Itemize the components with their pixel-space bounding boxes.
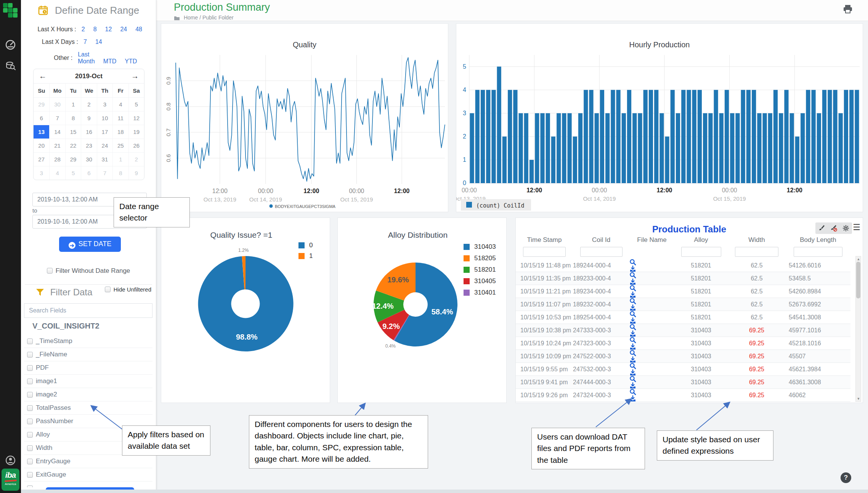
view-report-icon[interactable] xyxy=(629,285,636,292)
field-checkbox[interactable] xyxy=(27,365,33,371)
calendar-day[interactable]: 5 xyxy=(128,97,144,111)
other-link-1[interactable]: MTD xyxy=(103,58,117,64)
calendar-day[interactable]: 12 xyxy=(128,111,144,125)
horizontal-scrollbar-track[interactable] xyxy=(21,490,868,493)
view-report-icon[interactable] xyxy=(629,259,636,266)
hours-link-3[interactable]: 24 xyxy=(120,26,127,32)
dashboard-gauge-icon[interactable] xyxy=(5,39,16,50)
calendar-day[interactable]: 9 xyxy=(128,166,144,180)
column-header-file-name[interactable]: File Name xyxy=(629,236,674,244)
calendar-day[interactable]: 2 xyxy=(81,97,96,111)
table-scrollbar[interactable]: ▲ ▼ xyxy=(855,256,861,402)
calendar-day[interactable]: 22 xyxy=(65,139,81,152)
view-report-icon[interactable] xyxy=(629,324,636,330)
days-link-1[interactable]: 14 xyxy=(95,39,102,45)
field-checkbox[interactable] xyxy=(27,419,33,424)
breadcrumb[interactable]: Home / Public Folder xyxy=(174,14,234,21)
column-header-time-stamp[interactable]: Time Stamp xyxy=(516,236,573,244)
print-icon[interactable] xyxy=(843,5,853,14)
view-report-icon[interactable] xyxy=(629,350,636,356)
calendar-day[interactable]: 3 xyxy=(34,166,49,180)
table-row[interactable]: 10/15/19 11:21 pm189234-000-451820162.55… xyxy=(516,285,850,298)
table-row[interactable]: 10/15/19 10:53 pm189254-000-451820162.55… xyxy=(516,311,850,324)
table-row[interactable]: 10/15/19 10:09 pm247522-000-331040369.25… xyxy=(516,350,850,363)
field-checkbox[interactable] xyxy=(27,405,33,411)
calendar-day[interactable]: 30 xyxy=(49,97,65,111)
field-checkbox[interactable] xyxy=(27,459,33,464)
calendar-day[interactable]: 3 xyxy=(97,97,112,111)
column-filter-input[interactable] xyxy=(735,247,778,257)
calendar-day[interactable]: 23 xyxy=(81,139,96,152)
table-row[interactable]: 10/15/19 9:55 pm247532-000-331040369.254… xyxy=(516,363,850,376)
calendar-day[interactable]: 18 xyxy=(112,125,128,139)
scroll-down-icon[interactable]: ▼ xyxy=(857,397,860,401)
app-logo[interactable] xyxy=(3,3,18,18)
view-report-icon[interactable] xyxy=(629,362,636,369)
table-row[interactable]: 10/15/19 9:26 pm247324-000-331040369.254… xyxy=(516,389,850,402)
hours-link-4[interactable]: 48 xyxy=(135,26,142,32)
calendar-day[interactable]: 9 xyxy=(81,111,96,125)
column-header-alloy[interactable]: Alloy xyxy=(674,236,728,244)
field-checkbox[interactable] xyxy=(27,338,33,344)
hours-link-2[interactable]: 12 xyxy=(105,26,112,32)
column-filter-input[interactable] xyxy=(794,247,842,257)
view-report-icon[interactable] xyxy=(629,337,636,343)
view-report-icon[interactable] xyxy=(629,298,636,304)
calendar-day[interactable]: 4 xyxy=(112,97,128,111)
calendar-day[interactable]: 29 xyxy=(34,97,49,111)
calendar-day[interactable]: 19 xyxy=(128,125,144,139)
calendar-day[interactable]: 11 xyxy=(112,111,128,125)
calendar-day[interactable]: 8 xyxy=(65,111,81,125)
calendar-day[interactable]: 6 xyxy=(81,166,96,180)
calendar-day[interactable]: 28 xyxy=(49,152,65,166)
calendar-day[interactable]: 20 xyxy=(34,139,49,152)
column-header-body-length[interactable]: Body Length xyxy=(786,236,850,244)
gear-icon[interactable] xyxy=(842,225,849,232)
view-report-icon[interactable] xyxy=(629,272,636,279)
calendar-day[interactable]: 27 xyxy=(34,152,49,166)
calendar-day[interactable]: 2 xyxy=(128,152,144,166)
help-button[interactable]: ? xyxy=(841,472,851,483)
calendar-day[interactable]: 13 xyxy=(34,125,49,139)
other-link-0[interactable]: Last Month xyxy=(78,51,95,64)
calendar-next-icon[interactable]: → xyxy=(131,72,139,81)
search-fields-input[interactable] xyxy=(24,303,152,318)
field-checkbox[interactable] xyxy=(27,392,33,398)
calendar-day[interactable]: 30 xyxy=(81,152,96,166)
field-checkbox[interactable] xyxy=(27,352,33,358)
field-checkbox[interactable] xyxy=(27,445,33,451)
data-search-icon[interactable] xyxy=(5,60,16,71)
clear-style-brush-icon[interactable] xyxy=(830,225,837,232)
column-header-coil-id[interactable]: Coil Id xyxy=(573,236,629,244)
view-report-icon[interactable] xyxy=(629,375,636,382)
calendar-day[interactable]: 31 xyxy=(97,152,112,166)
scroll-up-icon[interactable]: ▲ xyxy=(857,257,860,261)
scrollbar-thumb[interactable] xyxy=(856,262,860,298)
table-row[interactable]: 10/15/19 11:48 pm189244-000-451820162.55… xyxy=(516,259,850,272)
calendar-day[interactable]: 7 xyxy=(97,166,112,180)
calendar-day[interactable]: 16 xyxy=(81,125,96,139)
calendar-day[interactable]: 8 xyxy=(112,166,128,180)
calendar-day[interactable]: 21 xyxy=(49,139,65,152)
calendar-day[interactable]: 15 xyxy=(65,125,81,139)
field-checkbox[interactable] xyxy=(27,485,33,488)
column-filter-input[interactable] xyxy=(580,247,623,257)
hours-link-1[interactable]: 8 xyxy=(93,26,97,32)
brush-icon[interactable] xyxy=(818,225,825,232)
table-row[interactable]: 10/15/19 11:07 pm189232-000-451820162.55… xyxy=(516,298,850,311)
hours-link-0[interactable]: 2 xyxy=(82,26,85,32)
table-menu-icon[interactable]: ☰ xyxy=(853,222,860,232)
hide-unfiltered-checkbox[interactable] xyxy=(105,287,111,292)
calendar-day[interactable]: 14 xyxy=(49,125,65,139)
calendar-day[interactable]: 4 xyxy=(49,166,65,180)
field-checkbox[interactable] xyxy=(27,472,33,478)
days-link-0[interactable]: 7 xyxy=(83,39,87,45)
view-report-icon[interactable] xyxy=(629,388,636,395)
download-dat-icon[interactable] xyxy=(629,395,636,402)
table-row[interactable]: 10/15/19 9:41 pm247444-000-331040369.254… xyxy=(516,376,850,389)
field-checkbox[interactable] xyxy=(27,432,33,438)
calendar-day[interactable]: 26 xyxy=(128,139,144,152)
table-row[interactable]: 10/15/19 10:24 pm247323-000-331040369.25… xyxy=(516,337,850,350)
calendar-day[interactable]: 24 xyxy=(97,139,112,152)
filter-without-date-range-checkbox[interactable] xyxy=(47,268,53,274)
